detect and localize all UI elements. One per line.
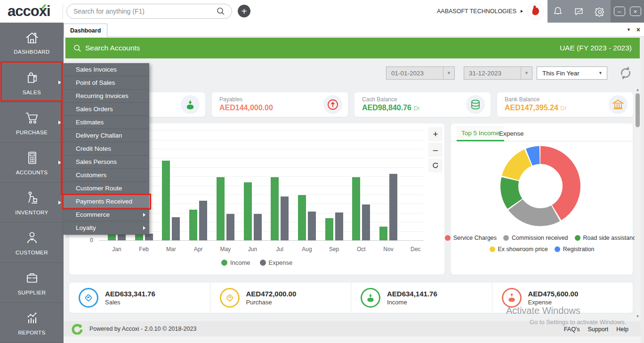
company-avatar[interactable] [527, 3, 544, 20]
donut-legend-row1: Service ChargesCommission receivedRoad s… [451, 235, 633, 241]
expand-arrow-icon [58, 81, 61, 84]
menu-item-ecommerce[interactable]: Ecommerce [64, 208, 149, 221]
calendar-dropdown-icon[interactable]: ▼ [443, 67, 454, 79]
close-button[interactable]: × [630, 7, 641, 16]
bar-expense-Jun [254, 214, 262, 240]
refresh-icon[interactable] [617, 65, 634, 82]
legend-dot [260, 260, 266, 266]
x-axis-label: May [211, 246, 240, 253]
company-name[interactable]: AABASOFT TECHNOLOGIES [437, 8, 516, 15]
x-axis-label: Mar [157, 246, 185, 253]
payables-card[interactable]: Payables AED144,000.00 [212, 92, 348, 117]
top5-panel: Top 5 Income Expense Service ChargesComm… [451, 123, 633, 275]
donut-legend-ex-showroom-price: Ex showroom price [490, 246, 548, 253]
messages-icon[interactable] [573, 6, 584, 16]
x-axis-label: Nov [374, 246, 402, 253]
bag-icon [24, 70, 40, 85]
expense-coin-icon [502, 288, 522, 308]
fiscal-year-label: UAE (FY 2023 - 2023) [560, 44, 632, 52]
scroll-up-icon[interactable]: ▲ [635, 87, 641, 93]
vertical-scrollbar[interactable]: ▲ ▼ [635, 86, 641, 320]
top5-income-donut-chart [493, 139, 588, 233]
footer-link-help[interactable]: Help [616, 326, 628, 333]
cash-balance-card[interactable]: Cash Balance AED98,840.76 Dr [354, 92, 491, 117]
menu-item-point-of-sales[interactable]: Point of Sales [64, 76, 149, 90]
menu-item-loyalty[interactable]: Loyalty [64, 221, 149, 235]
expand-arrow-icon [58, 161, 61, 164]
chart-refresh-button[interactable] [428, 158, 443, 172]
tab-list-dropdown-icon[interactable]: ▼ [627, 27, 631, 32]
coins-stack-icon [466, 95, 485, 114]
quick-add-button[interactable]: + [238, 5, 250, 17]
sales-route-icon [79, 288, 98, 308]
cart-icon [24, 110, 40, 125]
settings-gear-icon[interactable] [595, 6, 605, 17]
bar-income-May [217, 177, 225, 240]
bar-expense-Feb [145, 234, 153, 240]
menu-item-credit-notes[interactable]: Credit Notes [64, 142, 149, 155]
footer-link-faqs[interactable]: FAQ's [564, 326, 580, 333]
period-select[interactable]: This Fin Year ▼ [537, 66, 607, 80]
global-search-input[interactable]: Search for anything (F1) [66, 4, 232, 19]
tab-dashboard[interactable]: Dashboard [64, 24, 107, 37]
person-icon [24, 230, 40, 245]
minimize-button[interactable]: – [614, 7, 625, 16]
from-date-input[interactable]: 01-01-2023 ▼ [386, 66, 455, 80]
bar-income-Sep [325, 218, 333, 240]
zoom-out-button[interactable]: – [428, 143, 443, 157]
menu-item-customers[interactable]: Customers [64, 169, 149, 182]
menu-item-delivery-challan[interactable]: Delivery Challan [64, 129, 149, 142]
legend-dot [490, 246, 495, 252]
sidebar-item-dashboard[interactable]: DASHBOARD [0, 23, 64, 63]
top-bar: accoxi Search for anything (F1) + AABASO… [0, 0, 644, 23]
x-axis-label: Jun [239, 246, 267, 253]
bank-balance-card[interactable]: Bank Balance AED147,395.24 Dr [497, 92, 633, 117]
expand-arrow-icon [58, 201, 61, 204]
calculator-icon [24, 150, 40, 165]
sidebar-item-purchase[interactable]: PURCHASE [0, 103, 64, 143]
to-date-input[interactable]: 31-12-2023 ▼ [464, 66, 532, 80]
bar-expense-Sep [335, 212, 343, 240]
menu-item-sales-invoices[interactable]: Sales Invoices [64, 63, 149, 76]
company-expand-icon[interactable] [521, 10, 523, 13]
menu-item-payments-received[interactable]: Payments Received [64, 195, 149, 208]
menu-item-sales-persons[interactable]: Sales Persons [64, 155, 149, 169]
calendar-dropdown-icon[interactable]: ▼ [521, 67, 532, 79]
sidebar-item-supplier[interactable]: SUPPLIER [0, 263, 64, 303]
total-income: AED634,141.76Income [351, 283, 492, 313]
total-purchase: AED472,000.00Purchase [210, 283, 352, 313]
tab-top5-expense[interactable]: Expense [499, 126, 524, 140]
sidebar-item-inventory[interactable]: INVENTORY [0, 183, 64, 223]
bar-income-Jun [244, 182, 252, 240]
bar-income-Aug [298, 195, 306, 240]
sidebar-item-reports[interactable]: REPORTS [0, 303, 64, 343]
y-axis-zero-label: 0 [90, 237, 93, 244]
menu-item-sales-orders[interactable]: Sales Orders [64, 103, 149, 116]
activate-windows-hint: Go to Settings to activate Windows. [530, 318, 626, 326]
sales-flyout-menu: Sales InvoicesPoint of SalesRecurring In… [64, 63, 149, 235]
scroll-down-icon[interactable]: ▼ [635, 313, 641, 319]
menu-item-recurring-invoices[interactable]: Recurring Invoices [64, 90, 149, 103]
submenu-arrow-icon [143, 213, 145, 217]
donut-legend-row2: Ex showroom priceRegistration [451, 246, 633, 253]
tab-close-icon[interactable]: × [636, 26, 640, 33]
sidebar-item-customer[interactable]: CUSTOMER [0, 223, 64, 263]
footer-link-support[interactable]: Support [588, 326, 609, 333]
sidebar-item-sales[interactable]: SALES [0, 63, 64, 103]
donut-legend-registration: Registration [555, 246, 595, 253]
search-accounts-bar[interactable]: Search Accounts UAE (FY 2023 - 2023) [65, 38, 640, 58]
briefcase-icon [24, 270, 40, 286]
zoom-in-button[interactable]: + [428, 127, 443, 141]
notifications-icon[interactable] [553, 6, 563, 16]
x-axis-label: Sep [320, 246, 348, 253]
x-axis-label: Oct [347, 246, 375, 253]
sidebar-item-accounts[interactable]: ACCOUNTS [0, 143, 64, 183]
search-icon[interactable] [217, 7, 225, 16]
menu-item-customer-route[interactable]: Customer Route [64, 182, 149, 195]
scrollbar-thumb[interactable] [636, 93, 640, 127]
x-axis-label: Apr [184, 246, 212, 253]
bar-income-Nov [379, 227, 387, 240]
search-placeholder: Search for anything (F1) [73, 8, 217, 15]
x-axis-label: Feb [130, 246, 158, 253]
menu-item-estimates[interactable]: Estimates [64, 116, 149, 129]
